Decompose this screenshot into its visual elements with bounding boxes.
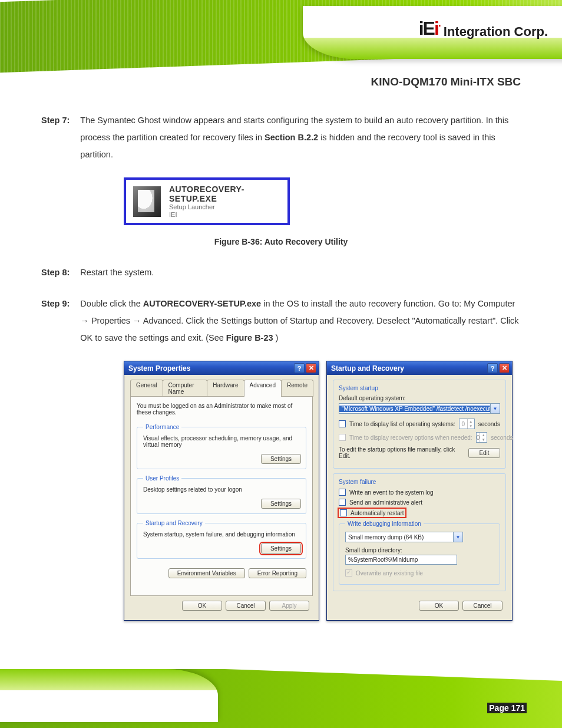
sp-body: General Computer Name Hardware Advanced … [124, 375, 319, 620]
sr-display-recovery-label: Time to display recovery options when ne… [349, 434, 472, 441]
sr-auto-restart-checkbox[interactable] [340, 509, 347, 516]
sr-display-recovery-checkbox [339, 434, 346, 441]
step-text-a: Double click the [80, 299, 143, 308]
sr-dump-type-select[interactable]: Small memory dump (64 KB) ▼ [345, 532, 463, 542]
step-text-e: ) [276, 333, 279, 342]
sr-edit-row: To edit the startup options file manuall… [339, 446, 500, 459]
sp-tab-panel: You must be logged on as an Administrato… [130, 396, 313, 596]
page-number: Page 171 [487, 703, 527, 713]
sr-auto-restart-row: Automatically restart [339, 509, 405, 517]
step-number: Step 9: [41, 295, 70, 347]
sp-cancel-button[interactable]: Cancel [226, 601, 266, 611]
help-button[interactable]: ? [487, 363, 498, 373]
chevron-down-icon[interactable]: ▼ [453, 532, 462, 542]
arrow-icon: → [133, 316, 141, 325]
sr-dump-dir-input[interactable]: %SystemRoot%\Minidump [345, 555, 457, 565]
sp-usr-legend: User Profiles [143, 475, 181, 482]
close-button[interactable]: ✕ [306, 363, 316, 373]
sp-apply-button[interactable]: Apply [269, 601, 309, 611]
sr-body: System startup Default operating system:… [327, 375, 512, 620]
tab-advanced[interactable]: Advanced [244, 380, 282, 397]
close-button[interactable]: ✕ [499, 363, 510, 373]
bottom-banner [0, 669, 562, 728]
step-9: Step 9: Double click the AUTORECOVERY-SE… [41, 295, 521, 347]
seconds-label: seconds [478, 421, 500, 427]
launcher-line2: Setup Launcher [169, 203, 280, 211]
sr-display-list-spinner[interactable]: 0 ▲▼ [459, 419, 475, 429]
sr-startup-legend: System startup [339, 385, 500, 391]
sp-title: System Properties [128, 364, 190, 373]
sp-dialog-buttons: OK Cancel Apply [130, 596, 313, 615]
sr-write-event-label: Write an event to the system log [349, 489, 434, 496]
step-text-c: Properties [91, 316, 133, 325]
figure-caption-36: Figure B-36: Auto Recovery Utility [41, 237, 521, 246]
sp-perf-legend: Performance [143, 424, 181, 430]
sp-error-reporting-button[interactable]: Error Reporting [249, 568, 306, 578]
sr-overwrite-checkbox: ✓ [345, 569, 352, 577]
sr-title: Startup and Recovery [331, 364, 404, 373]
sp-sar-settings-button[interactable]: Settings [261, 543, 301, 554]
chevron-down-icon[interactable]: ▼ [490, 404, 500, 413]
swoosh [0, 669, 218, 722]
spin-arrows: ▲▼ [480, 433, 487, 442]
sr-default-os-value: "Microsoft Windows XP Embedded" /fastdet… [339, 406, 490, 412]
titlebar-buttons: ? ✕ [487, 363, 510, 373]
sp-env-err-row: Environment Variables Error Reporting [137, 568, 306, 578]
sr-dialog-buttons: OK Cancel [333, 596, 506, 615]
sp-ok-button[interactable]: OK [182, 601, 222, 611]
sr-ok-button[interactable]: OK [419, 601, 459, 611]
brand-mark-prefix: iE [419, 18, 434, 39]
tab-hardware[interactable]: Hardware [207, 380, 244, 397]
brand-mark-dot: i [434, 18, 438, 39]
tab-general[interactable]: General [130, 380, 163, 397]
sr-edit-button[interactable]: Edit [468, 448, 500, 458]
sp-titlebar: System Properties ? ✕ [124, 361, 319, 375]
sr-dump-type-value: Small memory dump (64 KB) [346, 534, 453, 541]
brand-mark: iEi. [419, 18, 440, 39]
dialog-screenshots: System Properties ? ✕ General Computer N… [124, 361, 518, 621]
autorecovery-launcher-figure: AUTORECOVERY-SETUP.EXE Setup Launcher IE… [124, 177, 290, 225]
sr-overwrite-row: ✓ Overwrite any existing file [345, 569, 495, 577]
tab-remote[interactable]: Remote [281, 380, 313, 397]
sr-default-os-select[interactable]: "Microsoft Windows XP Embedded" /fastdet… [339, 403, 500, 414]
sp-startup-recovery-group: Startup and Recovery System startup, sys… [137, 520, 306, 559]
tab-computer-name[interactable]: Computer Name [163, 380, 208, 397]
page-content: KINO-DQM170 Mini-ITX SBC Step 7: The Sym… [0, 59, 562, 621]
brand-logo: iEi. Integration Corp. [419, 18, 548, 39]
step-body: Restart the system. [80, 264, 521, 281]
sr-titlebar: Startup and Recovery ? ✕ [327, 361, 512, 375]
step-bold-ref: Section B.2.2 [265, 133, 318, 142]
sr-failure-legend: System failure [339, 479, 500, 485]
step-text-d: Advanced. Click the Settings button of S… [80, 316, 518, 342]
sr-auto-restart-label: Automatically restart [351, 510, 404, 516]
brand-mark-dot2: . [438, 17, 440, 29]
sr-dump-dir-label: Small dump directory: [345, 547, 495, 554]
system-properties-dialog: System Properties ? ✕ General Computer N… [124, 361, 319, 621]
spin-arrows[interactable]: ▲▼ [467, 419, 474, 429]
seconds-label: seconds [491, 434, 513, 441]
sr-display-recovery-spinner: 0 ▲▼ [476, 432, 488, 443]
sp-sar-desc: System startup, system failure, and debu… [143, 531, 301, 538]
check-icon: ✓ [346, 569, 351, 575]
sp-usr-settings-button[interactable]: Settings [261, 499, 301, 509]
sr-display-list-checkbox[interactable] [339, 420, 346, 427]
sr-send-alert-checkbox[interactable] [339, 499, 346, 506]
sp-userprofiles-group: User Profiles Desktop settings related t… [137, 475, 306, 514]
sp-usr-desc: Desktop settings related to your logon [143, 486, 301, 493]
sr-debug-legend: Write debugging information [345, 521, 424, 527]
sr-send-alert-label: Send an administrative alert [349, 499, 422, 506]
sp-perf-settings-button[interactable]: Settings [261, 454, 301, 464]
sp-performance-group: Performance Visual effects, processor sc… [137, 424, 306, 469]
startup-recovery-dialog: Startup and Recovery ? ✕ System startup … [326, 361, 513, 621]
launcher-line1: AUTORECOVERY-SETUP.EXE [169, 185, 280, 203]
sr-write-event-checkbox[interactable] [339, 489, 346, 496]
sp-env-vars-button[interactable]: Environment Variables [168, 568, 245, 578]
sr-cancel-button[interactable]: Cancel [462, 601, 503, 611]
sr-display-list-row: Time to display list of operating system… [339, 419, 500, 429]
step-body: Double click the AUTORECOVERY-SETUP.exe … [80, 295, 521, 347]
step-7: Step 7: The Symantec Ghost window appear… [41, 112, 521, 163]
sr-overwrite-label: Overwrite any existing file [356, 570, 423, 577]
doc-title: KINO-DQM170 Mini-ITX SBC [41, 75, 521, 88]
help-button[interactable]: ? [294, 363, 305, 373]
step-number: Step 7: [41, 112, 70, 163]
